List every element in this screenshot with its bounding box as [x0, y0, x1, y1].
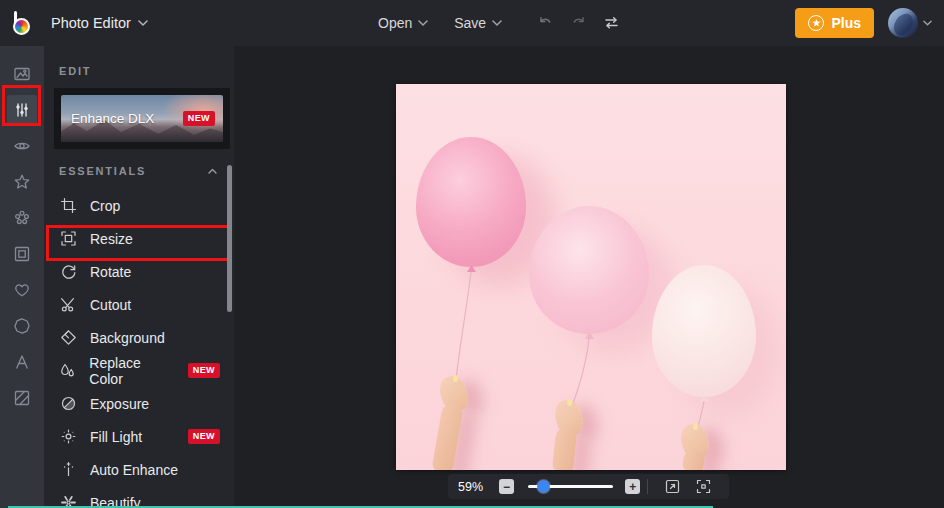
star-icon	[7, 167, 37, 197]
rail-item-edit[interactable]	[0, 92, 44, 128]
list-item-cutout[interactable]: Cutout	[44, 288, 234, 321]
tool-rail	[0, 46, 44, 508]
plus-label: Plus	[831, 15, 861, 31]
item-label: Resize	[90, 231, 133, 247]
rail-item-touch-up[interactable]	[0, 128, 44, 164]
zoom-in-button[interactable]: +	[625, 479, 640, 494]
frame-icon	[7, 239, 37, 269]
list-item-beautify[interactable]: Beautify	[44, 486, 234, 508]
fingernail	[567, 399, 572, 406]
open-label: Open	[378, 15, 412, 31]
rail-item-image-manager[interactable]	[0, 56, 44, 92]
item-label: Background	[90, 330, 165, 346]
chevron-down-icon	[138, 20, 148, 26]
list-item-resize[interactable]: Resize	[44, 222, 234, 255]
canvas-area[interactable]: 59% − +	[234, 46, 944, 508]
fullscreen-icon[interactable]	[695, 478, 712, 495]
item-label: Auto Enhance	[90, 462, 178, 478]
edit-panel: EDIT Enhance DLX NEW ESSENTIALS Crop	[44, 46, 234, 508]
essentials-section-header: ESSENTIALS	[44, 165, 234, 177]
background-icon	[59, 329, 77, 346]
droplets-icon	[59, 362, 76, 379]
rail-item-effects[interactable]	[0, 164, 44, 200]
zoom-slider-handle[interactable]	[537, 480, 550, 493]
redo-icon[interactable]	[569, 14, 588, 32]
item-label: Exposure	[90, 396, 149, 412]
undo-icon[interactable]	[536, 14, 555, 32]
befunky-logo	[9, 8, 39, 38]
avatar	[888, 8, 918, 38]
enhance-dlx-label: Enhance DLX	[61, 111, 154, 126]
zoom-level: 59%	[458, 480, 493, 494]
item-label: Crop	[90, 198, 120, 214]
top-bar: Photo Editor Open Save	[0, 0, 944, 46]
resize-icon	[59, 230, 77, 247]
list-item-auto-enhance[interactable]: Auto Enhance	[44, 453, 234, 486]
panel-scrollbar[interactable]	[227, 165, 232, 312]
save-label: Save	[454, 15, 486, 31]
adjust-sliders-icon	[7, 95, 37, 125]
expand-icon[interactable]	[664, 478, 681, 495]
item-label: Cutout	[90, 297, 131, 313]
badge-flower-icon	[7, 311, 37, 341]
arm	[552, 427, 578, 470]
item-label: Rotate	[90, 264, 131, 280]
list-item-background[interactable]: Background	[44, 321, 234, 354]
rail-item-graphics[interactable]	[0, 308, 44, 344]
list-item-rotate[interactable]: Rotate	[44, 255, 234, 288]
rail-item-text[interactable]	[0, 344, 44, 380]
zoom-toolbar: 59% − +	[448, 474, 729, 499]
app-title: Photo Editor	[51, 15, 131, 31]
chevron-down-icon	[923, 20, 932, 26]
list-item-replace-color[interactable]: Replace Color NEW	[44, 354, 234, 387]
magic-wand-icon	[59, 461, 77, 478]
brand[interactable]: Photo Editor	[0, 8, 148, 38]
rotate-icon	[59, 263, 77, 280]
texture-icon	[7, 383, 37, 413]
heart-icon	[7, 275, 37, 305]
photo-balloons[interactable]	[396, 84, 786, 470]
fingernail	[453, 375, 458, 382]
app-switcher[interactable]: Photo Editor	[51, 15, 148, 31]
compare-icon[interactable]	[602, 14, 621, 32]
chevron-down-icon	[492, 20, 502, 26]
new-badge: NEW	[188, 363, 220, 378]
item-label: Fill Light	[90, 429, 142, 445]
essentials-list: Crop Resize Rotate	[44, 189, 234, 508]
zoom-slider[interactable]	[528, 479, 614, 494]
new-badge: NEW	[183, 111, 215, 126]
text-icon	[7, 347, 37, 377]
open-menu[interactable]: Open	[378, 15, 428, 31]
top-right: ★ Plus	[795, 0, 932, 46]
star-circle-icon: ★	[808, 15, 824, 31]
fill-light-icon	[59, 428, 77, 445]
essentials-label: ESSENTIALS	[59, 165, 146, 177]
chevron-down-icon	[418, 20, 428, 26]
artsy-circles-icon	[7, 203, 37, 233]
enhance-dlx-card[interactable]: Enhance DLX NEW	[54, 88, 230, 149]
new-badge: NEW	[188, 429, 220, 444]
list-item-fill-light[interactable]: Fill Light NEW	[44, 420, 234, 453]
zoom-out-button[interactable]: −	[499, 479, 514, 494]
plus-upgrade-button[interactable]: ★ Plus	[795, 8, 874, 38]
chevron-up-icon[interactable]	[208, 168, 217, 174]
account-menu[interactable]	[888, 8, 932, 38]
eye-icon	[7, 131, 37, 161]
rail-item-frames[interactable]	[0, 236, 44, 272]
rail-item-textures[interactable]	[0, 380, 44, 416]
list-item-exposure[interactable]: Exposure	[44, 387, 234, 420]
photo-editor-app: Photo Editor Open Save	[0, 0, 944, 508]
save-menu[interactable]: Save	[454, 15, 502, 31]
fingernail	[693, 423, 698, 430]
image-icon	[7, 59, 37, 89]
scissors-icon	[59, 296, 77, 313]
divider	[647, 479, 648, 494]
rail-item-artsy[interactable]	[0, 200, 44, 236]
top-center-menu: Open Save	[378, 0, 621, 46]
panel-title: EDIT	[44, 46, 234, 77]
crop-icon	[59, 197, 77, 214]
list-item-crop[interactable]: Crop	[44, 189, 234, 222]
item-label: Replace Color	[89, 355, 174, 387]
exposure-icon	[59, 395, 77, 412]
rail-item-overlays[interactable]	[0, 272, 44, 308]
